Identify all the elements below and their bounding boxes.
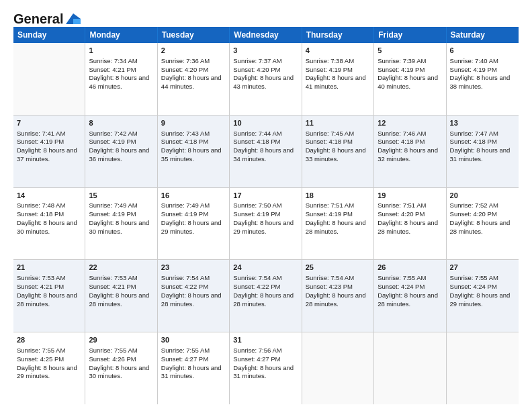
day-cell-10: 10Sunrise: 7:44 AMSunset: 4:18 PMDayligh… [230, 116, 302, 187]
daylight-text: Daylight: 8 hours and 35 minutes. [161, 146, 226, 164]
sunrise-text: Sunrise: 7:41 AM [17, 130, 81, 138]
day-cell-12: 12Sunrise: 7:46 AMSunset: 4:18 PMDayligh… [374, 116, 446, 187]
calendar-row-0: 1Sunrise: 7:34 AMSunset: 4:21 PMDaylight… [13, 43, 519, 116]
daylight-text: Daylight: 8 hours and 28 minutes. [306, 291, 370, 309]
day-number: 10 [233, 118, 298, 128]
sunrise-text: Sunrise: 7:56 AM [233, 347, 298, 355]
logo-general: General [13, 12, 63, 26]
daylight-text: Daylight: 8 hours and 28 minutes. [89, 291, 153, 309]
logo: General [13, 12, 82, 23]
day-number: 31 [233, 335, 298, 345]
calendar-body: 1Sunrise: 7:34 AMSunset: 4:21 PMDaylight… [13, 43, 519, 404]
sunset-text: Sunset: 4:21 PM [89, 283, 153, 291]
day-cell-3: 3Sunrise: 7:37 AMSunset: 4:20 PMDaylight… [230, 43, 302, 115]
sunrise-text: Sunrise: 7:45 AM [306, 130, 370, 138]
day-cell-1: 1Sunrise: 7:34 AMSunset: 4:21 PMDaylight… [85, 43, 157, 115]
day-number: 22 [89, 263, 153, 273]
day-cell-8: 8Sunrise: 7:42 AMSunset: 4:19 PMDaylight… [85, 116, 157, 187]
day-cell-21: 21Sunrise: 7:53 AMSunset: 4:21 PMDayligh… [13, 260, 85, 332]
day-number: 17 [233, 191, 298, 201]
sunrise-text: Sunrise: 7:50 AM [233, 201, 298, 210]
daylight-text: Daylight: 8 hours and 31 minutes. [161, 364, 226, 381]
sunrise-text: Sunrise: 7:47 AM [450, 130, 515, 138]
day-cell-15: 15Sunrise: 7:49 AMSunset: 4:19 PMDayligh… [85, 188, 157, 260]
day-cell-4: 4Sunrise: 7:38 AMSunset: 4:19 PMDaylight… [302, 43, 374, 115]
day-cell-13: 13Sunrise: 7:47 AMSunset: 4:18 PMDayligh… [447, 116, 519, 187]
day-cell-31: 31Sunrise: 7:56 AMSunset: 4:27 PMDayligh… [230, 332, 302, 404]
daylight-text: Daylight: 8 hours and 30 minutes. [17, 219, 81, 236]
sunrise-text: Sunrise: 7:40 AM [450, 57, 515, 66]
sunrise-text: Sunrise: 7:55 AM [161, 347, 226, 355]
sunset-text: Sunset: 4:27 PM [161, 355, 226, 364]
empty-cell-4-4 [302, 332, 374, 404]
sunset-text: Sunset: 4:22 PM [233, 283, 298, 291]
day-cell-2: 2Sunrise: 7:36 AMSunset: 4:20 PMDaylight… [158, 43, 230, 115]
sunset-text: Sunset: 4:19 PM [306, 66, 370, 75]
sunrise-text: Sunrise: 7:37 AM [233, 57, 298, 66]
daylight-text: Daylight: 8 hours and 32 minutes. [378, 146, 442, 164]
sunrise-text: Sunrise: 7:42 AM [89, 130, 153, 138]
sunset-text: Sunset: 4:19 PM [17, 138, 81, 146]
sunrise-text: Sunrise: 7:55 AM [450, 274, 515, 283]
daylight-text: Daylight: 8 hours and 33 minutes. [306, 146, 370, 164]
day-cell-16: 16Sunrise: 7:49 AMSunset: 4:19 PMDayligh… [158, 188, 230, 260]
svg-marker-1 [73, 19, 81, 24]
day-number: 4 [306, 46, 370, 56]
day-number: 19 [378, 191, 442, 201]
sunset-text: Sunset: 4:18 PM [378, 138, 442, 146]
daylight-text: Daylight: 8 hours and 28 minutes. [161, 291, 226, 309]
sunset-text: Sunset: 4:24 PM [450, 283, 515, 291]
day-cell-18: 18Sunrise: 7:51 AMSunset: 4:19 PMDayligh… [302, 188, 374, 260]
sunset-text: Sunset: 4:20 PM [378, 210, 442, 219]
sunrise-text: Sunrise: 7:55 AM [17, 347, 81, 355]
sunset-text: Sunset: 4:20 PM [161, 66, 226, 75]
day-number: 18 [306, 191, 370, 201]
sunset-text: Sunset: 4:19 PM [306, 210, 370, 219]
calendar-row-1: 7Sunrise: 7:41 AMSunset: 4:19 PMDaylight… [13, 116, 519, 188]
day-cell-23: 23Sunrise: 7:54 AMSunset: 4:22 PMDayligh… [158, 260, 230, 332]
sunset-text: Sunset: 4:27 PM [233, 355, 298, 364]
sunrise-text: Sunrise: 7:38 AM [306, 57, 370, 66]
day-cell-29: 29Sunrise: 7:55 AMSunset: 4:26 PMDayligh… [85, 332, 157, 404]
sunset-text: Sunset: 4:19 PM [89, 210, 153, 219]
sunrise-text: Sunrise: 7:36 AM [161, 57, 226, 66]
daylight-text: Daylight: 8 hours and 28 minutes. [17, 291, 81, 309]
day-number: 1 [89, 46, 153, 56]
day-number: 15 [89, 191, 153, 201]
daylight-text: Daylight: 8 hours and 28 minutes. [450, 219, 515, 236]
daylight-text: Daylight: 8 hours and 41 minutes. [306, 74, 370, 91]
sunrise-text: Sunrise: 7:52 AM [450, 201, 515, 210]
daylight-text: Daylight: 8 hours and 28 minutes. [378, 291, 442, 309]
day-header-saturday: Saturday [447, 27, 519, 43]
daylight-text: Daylight: 8 hours and 31 minutes. [450, 146, 515, 164]
daylight-text: Daylight: 8 hours and 30 minutes. [89, 364, 153, 381]
sunrise-text: Sunrise: 7:53 AM [89, 274, 153, 283]
calendar-row-4: 28Sunrise: 7:55 AMSunset: 4:25 PMDayligh… [13, 332, 519, 404]
day-number: 29 [89, 335, 153, 345]
day-cell-19: 19Sunrise: 7:51 AMSunset: 4:20 PMDayligh… [374, 188, 446, 260]
sunset-text: Sunset: 4:19 PM [89, 138, 153, 146]
sunrise-text: Sunrise: 7:44 AM [233, 130, 298, 138]
day-number: 21 [17, 263, 81, 273]
day-cell-22: 22Sunrise: 7:53 AMSunset: 4:21 PMDayligh… [85, 260, 157, 332]
logo-icon [64, 12, 82, 26]
sunset-text: Sunset: 4:19 PM [161, 210, 226, 219]
sunset-text: Sunset: 4:20 PM [233, 66, 298, 75]
day-cell-17: 17Sunrise: 7:50 AMSunset: 4:19 PMDayligh… [230, 188, 302, 260]
daylight-text: Daylight: 8 hours and 43 minutes. [233, 74, 298, 91]
sunrise-text: Sunrise: 7:54 AM [161, 274, 226, 283]
daylight-text: Daylight: 8 hours and 29 minutes. [450, 291, 515, 309]
calendar-row-3: 21Sunrise: 7:53 AMSunset: 4:21 PMDayligh… [13, 260, 519, 332]
day-number: 11 [306, 118, 370, 128]
daylight-text: Daylight: 8 hours and 31 minutes. [233, 364, 298, 381]
daylight-text: Daylight: 8 hours and 38 minutes. [450, 74, 515, 91]
daylight-text: Daylight: 8 hours and 28 minutes. [233, 291, 298, 309]
daylight-text: Daylight: 8 hours and 46 minutes. [89, 74, 153, 91]
day-number: 3 [233, 46, 298, 56]
day-number: 2 [161, 46, 226, 56]
day-number: 23 [161, 263, 226, 273]
sunset-text: Sunset: 4:19 PM [233, 210, 298, 219]
day-number: 20 [450, 191, 515, 201]
daylight-text: Daylight: 8 hours and 37 minutes. [17, 146, 81, 164]
sunset-text: Sunset: 4:21 PM [17, 283, 81, 291]
